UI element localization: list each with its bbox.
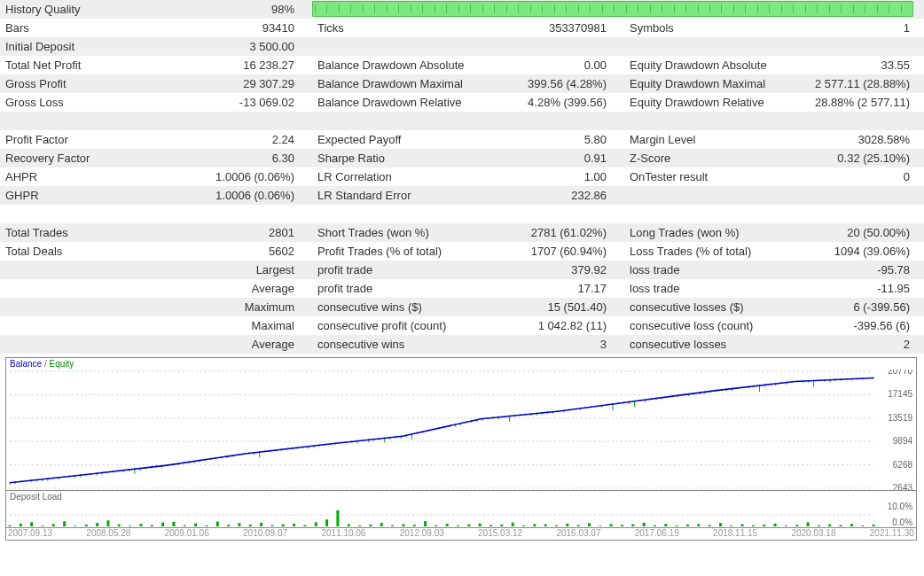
gap	[614, 298, 624, 316]
stat-value: 1.0006 (0.06%)	[160, 167, 301, 186]
stat-label: Expected Payoff	[312, 130, 489, 149]
gap	[301, 316, 312, 335]
stat-label: Z-Score	[624, 149, 802, 167]
stat-label: consecutive loss (count)	[624, 316, 802, 335]
stat-value: 0	[802, 167, 917, 186]
gap	[301, 149, 312, 167]
stat-value: 98%	[160, 0, 301, 19]
stat-row: History Quality98%	[0, 0, 924, 19]
stat-value: -399.56 (6)	[802, 316, 917, 335]
stat-label: Balance Drawdown Absolute	[312, 56, 489, 74]
balance-equity-plot: 207701714513519989462682643	[6, 370, 916, 490]
stat-value: 20 (50.00%)	[802, 223, 917, 242]
stat-row: Initial Deposit3 500.00	[0, 37, 924, 56]
stat-row: Maximumconsecutive wins ($)15 (501.40)co…	[0, 298, 924, 316]
svg-text:20770: 20770	[888, 370, 912, 376]
stat-label: Sharpe Ratio	[312, 149, 489, 167]
stat-row: Total Net Profit16 238.27Balance Drawdow…	[0, 56, 924, 74]
gap	[301, 167, 312, 186]
stat-value: Maximal	[160, 316, 301, 335]
stat-label: consecutive losses	[624, 335, 802, 354]
stat-value: 232.86	[489, 186, 614, 205]
gap	[614, 93, 624, 112]
stat-value	[802, 186, 917, 205]
stat-value: -11.95	[802, 279, 917, 298]
stat-row: Profit Factor2.24Expected Payoff5.80Marg…	[0, 130, 924, 149]
stat-label: consecutive wins ($)	[312, 298, 489, 316]
equity-chart: Balance / Equity 20770171451351998946268…	[5, 357, 917, 541]
stat-row: Bars93410Ticks353370981Symbols1	[0, 19, 924, 37]
stat-label: Gross Profit	[0, 74, 160, 93]
gap	[614, 56, 624, 74]
x-tick: 2010.09.07	[243, 528, 287, 538]
stat-label	[624, 186, 802, 205]
stat-value: 1.00	[489, 167, 614, 186]
svg-text:17145: 17145	[888, 389, 912, 399]
gap	[301, 335, 312, 354]
x-tick: 2011.10.06	[321, 528, 365, 538]
stat-row: Maximalconsecutive profit (count)1 042.8…	[0, 316, 924, 335]
x-tick: 2020.03.18	[791, 528, 835, 538]
x-tick: 2008.05.28	[86, 528, 130, 538]
stat-label: profit trade	[312, 279, 489, 298]
stat-value	[802, 37, 917, 56]
svg-text:2643: 2643	[893, 483, 913, 490]
gap	[614, 37, 624, 56]
stat-label: Profit Trades (% of total)	[312, 242, 489, 261]
stat-value: 399.56 (4.28%)	[489, 74, 614, 93]
stat-value: -95.78	[802, 261, 917, 279]
chart-legend: Balance / Equity	[6, 358, 916, 370]
x-tick: 2012.09.03	[400, 528, 444, 538]
stat-value: 353370981	[489, 19, 614, 37]
stat-label: loss trade	[624, 279, 802, 298]
gap	[614, 149, 624, 167]
stat-value: Largest	[160, 261, 301, 279]
stat-value: Average	[160, 279, 301, 298]
stat-label: Loss Trades (% of total)	[624, 242, 802, 261]
stat-row: Averageconsecutive wins3consecutive loss…	[0, 335, 924, 354]
stat-value: 17.17	[489, 279, 614, 298]
stat-label: profit trade	[312, 261, 489, 279]
stat-row: AHPR1.0006 (0.06%)LR Correlation1.00OnTe…	[0, 167, 924, 186]
stats-table: History Quality98%Bars93410Ticks35337098…	[0, 0, 924, 354]
stat-value: 2	[802, 335, 917, 354]
gap	[301, 74, 312, 93]
gap	[301, 186, 312, 205]
deposit-load-plot: 10.0%0.0%	[6, 502, 916, 527]
stat-label: Balance Drawdown Maximal	[312, 74, 489, 93]
history-quality-bar	[312, 1, 913, 17]
stat-label	[0, 298, 160, 316]
stat-label	[0, 335, 160, 354]
legend-balance: Balance	[10, 359, 42, 369]
stat-value: 1707 (60.94%)	[489, 242, 614, 261]
stat-label: Short Trades (won %)	[312, 223, 489, 242]
stat-row: Gross Loss-13 069.02Balance Drawdown Rel…	[0, 93, 924, 112]
gap	[301, 56, 312, 74]
stat-label: Profit Factor	[0, 130, 160, 149]
gap	[301, 223, 312, 242]
stat-label: Equity Drawdown Absolute	[624, 56, 802, 74]
stat-row: Largestprofit trade379.92loss trade-95.7…	[0, 261, 924, 279]
stat-value: 6 (-399.56)	[802, 298, 917, 316]
gap	[614, 130, 624, 149]
stat-value: 379.92	[489, 261, 614, 279]
stat-value: 0.91	[489, 149, 614, 167]
stat-value: 29 307.29	[160, 74, 301, 93]
gap	[614, 316, 624, 335]
svg-text:0.0%: 0.0%	[892, 518, 912, 527]
gap	[301, 279, 312, 298]
stat-label: consecutive losses ($)	[624, 298, 802, 316]
stat-label: consecutive profit (count)	[312, 316, 489, 335]
stat-value: Average	[160, 335, 301, 354]
stat-row	[0, 112, 924, 130]
gap	[614, 279, 624, 298]
gap	[614, 74, 624, 93]
stat-label: Gross Loss	[0, 93, 160, 112]
svg-text:13519: 13519	[888, 413, 912, 423]
x-tick: 2009.01.06	[165, 528, 209, 538]
stat-label: Equity Drawdown Maximal	[624, 74, 802, 93]
stat-value: 93410	[160, 19, 301, 37]
stat-value: 0.00	[489, 56, 614, 74]
stat-value: 16 238.27	[160, 56, 301, 74]
stat-value: 15 (501.40)	[489, 298, 614, 316]
